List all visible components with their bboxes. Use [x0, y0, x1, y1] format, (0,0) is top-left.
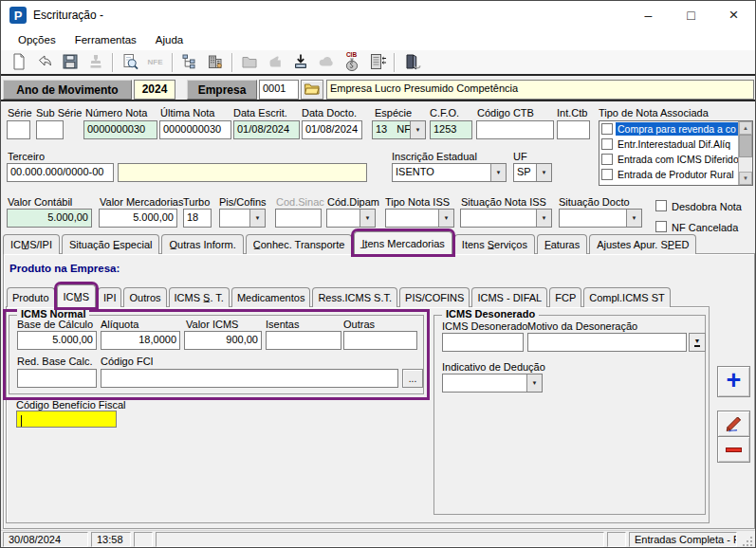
icms-desonerado-field[interactable]	[442, 333, 524, 352]
subtab-ipi[interactable]: IPI	[98, 287, 121, 307]
tipo-nota-checkbox[interactable]	[601, 169, 613, 180]
uf-dropdown-icon[interactable]	[536, 164, 551, 181]
aliquota-field[interactable]: 18,0000	[101, 331, 180, 350]
uf-select[interactable]: SP	[513, 163, 552, 182]
base-calculo-field[interactable]: 5.000,00	[17, 331, 97, 350]
list-scrollbar[interactable]	[738, 121, 752, 185]
codigo-fci-browse-button[interactable]: ...	[402, 369, 423, 388]
scroll-thumb[interactable]	[739, 135, 752, 157]
minimize-button[interactable]: –	[627, 1, 670, 29]
red-base-calc-field[interactable]	[17, 369, 97, 388]
serie-field[interactable]	[7, 120, 30, 139]
indicativo-dropdown-icon[interactable]	[526, 374, 542, 392]
outras-field[interactable]	[343, 331, 417, 350]
tipo-nota-checkbox[interactable]	[601, 138, 613, 150]
pis-cofins-dropdown-icon[interactable]	[249, 210, 265, 227]
inscricao-estadual-select[interactable]: ISENTO	[392, 163, 507, 182]
numero-nota-field[interactable]: 0000000030	[83, 120, 157, 139]
save-button[interactable]	[57, 51, 83, 74]
remove-button[interactable]	[717, 436, 750, 463]
tab-faturas[interactable]: F̲aturas	[537, 234, 587, 254]
tipo-nota-iss-dropdown-icon[interactable]	[438, 210, 453, 227]
cod-dipam-select[interactable]	[326, 209, 376, 228]
edit-button[interactable]	[717, 411, 750, 437]
subtab-pis-cofins[interactable]: PIS/COFINS	[399, 287, 470, 307]
tab-icms-ipi[interactable]: ICM̲S/IPI	[3, 234, 60, 254]
subtab-compl-icms-st[interactable]: Compl.ICMS ST	[583, 287, 670, 307]
company-button[interactable]	[202, 51, 228, 74]
tipo-nota-item[interactable]: Entrada com ICMS Diferido	[599, 152, 738, 167]
tipo-nota-checkbox[interactable]	[601, 123, 613, 135]
menu-ferramentas[interactable]: Ferramentas	[65, 31, 146, 48]
invoice-list-button[interactable]	[364, 51, 390, 74]
subtab-icms[interactable]: ICM̲S	[57, 284, 97, 307]
empresa-code-field[interactable]: 0001	[259, 80, 299, 100]
valor-mercadorias-field[interactable]: 5.000,00	[99, 209, 177, 228]
tipo-nota-checkbox[interactable]	[601, 154, 613, 165]
add-button[interactable]: +	[717, 366, 750, 397]
resize-grip-icon[interactable]	[740, 532, 753, 547]
import-button[interactable]	[287, 51, 313, 74]
situacao-nota-iss-select[interactable]	[460, 209, 552, 228]
valor-icms-field[interactable]: 900,00	[184, 331, 262, 350]
codigo-beneficio-fiscal-field[interactable]	[16, 411, 117, 428]
empresa-name-field[interactable]: Empresa Lucro Presumido Competência	[326, 80, 754, 100]
subtab-icms-difal[interactable]: ICMS - DIFAL	[471, 287, 547, 307]
exit-button[interactable]	[398, 51, 424, 74]
menu-ajuda[interactable]: Ajuda	[146, 31, 193, 48]
new-document-button[interactable]	[6, 51, 31, 74]
turbo-field[interactable]: 18	[183, 209, 212, 228]
isentas-field[interactable]	[266, 331, 341, 350]
tab-ajustes-apur-sped[interactable]: Ajustes Apur. SP̲ED	[589, 234, 696, 254]
subtab-outros[interactable]: Outros	[123, 287, 166, 307]
codigo-ctb-field[interactable]	[476, 120, 554, 139]
tipo-nota-item[interactable]: Compra para revenda a co	[599, 121, 738, 137]
subtab-ress-icms-st[interactable]: Ress.ICMS S.T.	[312, 287, 397, 307]
close-button[interactable]: ×	[712, 1, 755, 29]
menu-opcoes[interactable]: Opções	[9, 31, 65, 48]
scroll-down-icon[interactable]	[739, 172, 752, 185]
subtab-produto[interactable]: Produto	[7, 287, 55, 307]
tipo-nota-associada-list[interactable]: Compra para revenda a co Entr.Interestad…	[599, 120, 753, 186]
especie-dropdown-icon[interactable]	[410, 121, 425, 138]
especie-select[interactable]: 13 NFE	[372, 120, 426, 139]
data-escrit-field[interactable]: 01/08/2024	[233, 120, 300, 139]
situacao-docto-select[interactable]	[559, 209, 642, 228]
empresa-browse-button[interactable]	[301, 80, 323, 100]
situacao-docto-dropdown-icon[interactable]	[626, 210, 641, 227]
subtab-fcp[interactable]: FCP	[549, 287, 581, 307]
data-docto-field[interactable]: 01/08/2024	[302, 120, 362, 139]
ano-movimento-field[interactable]: 2024	[134, 80, 175, 100]
terceiro-nome-field[interactable]	[118, 163, 367, 182]
motivo-desoneracao-field[interactable]	[527, 333, 687, 352]
inscricao-dropdown-icon[interactable]	[490, 164, 506, 181]
scroll-up-icon[interactable]	[739, 121, 752, 135]
motivo-desoneracao-dropdown-icon[interactable]	[689, 333, 706, 352]
maximize-button[interactable]: □	[670, 1, 712, 29]
tab-outras-inform[interactable]: O̲utras Inform.	[161, 234, 243, 254]
tipo-nota-iss-select[interactable]	[385, 209, 454, 228]
cib-button[interactable]: CIB	[339, 51, 364, 74]
undo-button[interactable]	[31, 51, 57, 74]
subtab-icms-st[interactable]: ICMS S̲. T.	[169, 287, 230, 307]
cfo-field[interactable]: 1253	[430, 120, 472, 139]
subtab-medicamentos[interactable]: Medicamentos	[231, 287, 311, 307]
tipo-nota-item[interactable]: Entrada de Produtor Rural	[599, 167, 738, 182]
cod-dipam-dropdown-icon[interactable]	[360, 210, 375, 227]
int-ctb-field[interactable]	[557, 120, 590, 139]
tipo-nota-item[interactable]: Entr.Interestadual Dif.Alíq	[599, 137, 738, 152]
valor-contabil-field[interactable]: 5.000,00	[7, 209, 92, 228]
tab-situacao-especial[interactable]: Situação E̲special	[62, 234, 159, 254]
pis-cofins-select[interactable]	[219, 209, 266, 228]
desdobra-nota-checkbox[interactable]	[655, 200, 667, 211]
terceiro-cnpj-field[interactable]: 00.000.000/0000-00	[7, 163, 114, 182]
situacao-nota-iss-dropdown-icon[interactable]	[536, 210, 551, 227]
tab-conhec-transporte[interactable]: C̲onhec. Transporte	[246, 234, 353, 254]
tree-view-button[interactable]	[176, 51, 202, 74]
sub-serie-field[interactable]	[36, 120, 64, 139]
codigo-fci-field[interactable]	[101, 369, 398, 388]
tab-itens-mercadorias[interactable]: I̲tens Mercadorias	[354, 231, 452, 254]
ultima-nota-field[interactable]: 0000000030	[159, 120, 231, 139]
tab-itens-servicos[interactable]: Itens S̲erviços	[454, 234, 535, 254]
print-preview-button[interactable]	[117, 51, 142, 74]
